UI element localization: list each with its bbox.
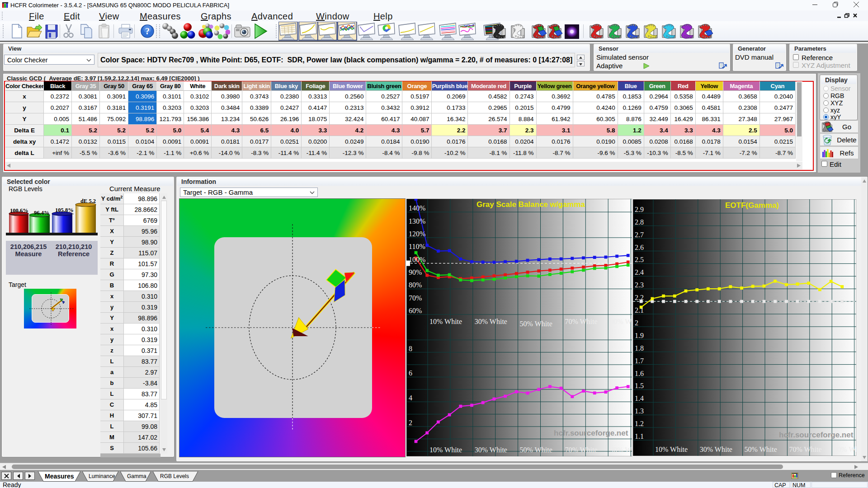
svg-text:50% White: 50% White	[745, 446, 777, 453]
svg-text:80%: 80%	[409, 281, 422, 289]
svg-text:70% White: 70% White	[789, 446, 821, 453]
svg-text:2.1: 2.1	[635, 306, 644, 314]
svg-text:1.1: 1.1	[635, 432, 644, 440]
svg-text:140%: 140%	[409, 204, 425, 212]
svg-text:1.4: 1.4	[635, 394, 644, 402]
svg-text:2.9: 2.9	[635, 206, 644, 213]
svg-text:2.7: 2.7	[635, 231, 644, 239]
svg-text:70% White: 70% White	[565, 318, 597, 325]
svg-text:2: 2	[635, 319, 638, 327]
svg-text:100%: 100%	[409, 256, 425, 263]
svg-text:hcfr.sourceforge.net: hcfr.sourceforge.net	[554, 429, 628, 437]
svg-text:1.5: 1.5	[635, 382, 644, 389]
svg-text:90% Wh: 90% Wh	[834, 446, 856, 453]
svg-text:50% White: 50% White	[520, 320, 552, 328]
svg-text:8: 8	[409, 345, 412, 352]
svg-text:6: 6	[409, 369, 412, 377]
svg-text:30% White: 30% White	[475, 318, 507, 325]
svg-text:1.2: 1.2	[635, 420, 644, 427]
svg-text:110%: 110%	[409, 243, 425, 250]
svg-text:1.3: 1.3	[635, 407, 644, 415]
svg-text:Measures: Measures	[45, 473, 74, 480]
svg-text:1.6: 1.6	[635, 370, 644, 377]
svg-text:30% White: 30% White	[475, 446, 507, 454]
svg-text:10% White: 10% White	[429, 446, 462, 454]
svg-text:2.2: 2.2	[635, 294, 644, 301]
svg-text:70% White: 70% White	[565, 446, 597, 454]
svg-text:1.8: 1.8	[635, 344, 644, 352]
svg-text:30% White: 30% White	[700, 446, 732, 453]
svg-text:Gamma: Gamma	[127, 473, 146, 479]
svg-text:?: ?	[145, 26, 150, 36]
svg-text:EOTF(Gamma): EOTF(Gamma)	[725, 201, 779, 210]
svg-text:90% Wh: 90% Wh	[610, 446, 632, 454]
svg-text:2.3: 2.3	[635, 281, 644, 289]
svg-text:120%: 120%	[409, 230, 425, 238]
svg-text:2.4: 2.4	[635, 268, 644, 276]
svg-text:1.7: 1.7	[635, 357, 644, 365]
svg-text:2.6: 2.6	[635, 244, 644, 251]
svg-text:10% White: 10% White	[655, 446, 688, 453]
svg-text:2: 2	[409, 419, 412, 427]
svg-text:70%: 70%	[409, 294, 422, 302]
svg-text:1.9: 1.9	[635, 332, 644, 339]
svg-text:90%: 90%	[409, 268, 422, 276]
svg-text:4: 4	[409, 394, 412, 402]
svg-text:10% White: 10% White	[429, 318, 462, 325]
svg-text:60%: 60%	[409, 307, 422, 314]
svg-text:2.5: 2.5	[635, 256, 644, 263]
svg-text:RGB Levels: RGB Levels	[160, 473, 189, 479]
svg-text:Gray Scale Balance w/gamma: Gray Scale Balance w/gamma	[476, 200, 585, 209]
svg-text:50% White: 50% White	[520, 446, 552, 454]
svg-text:130%: 130%	[409, 217, 425, 225]
svg-text:2.8: 2.8	[635, 218, 644, 226]
svg-text:hcfr.sourceforge.net: hcfr.sourceforge.net	[779, 431, 854, 439]
svg-text:Luminance: Luminance	[89, 473, 115, 479]
svg-text:90% Wh: 90% Wh	[610, 318, 632, 325]
